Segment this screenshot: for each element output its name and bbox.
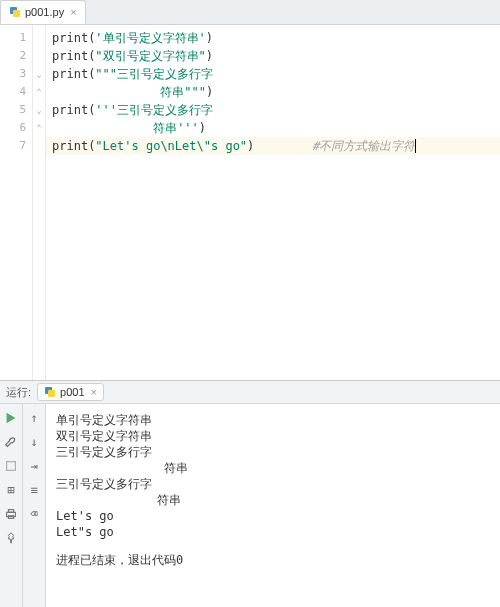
layout-icon[interactable]: ⊞: [3, 482, 19, 498]
run-button[interactable]: [3, 410, 19, 426]
code-token: ): [206, 85, 213, 99]
code-token: print: [52, 49, 88, 63]
code-token: print: [52, 31, 88, 45]
code-token: print: [52, 103, 88, 117]
close-icon[interactable]: ×: [70, 6, 76, 18]
code-token: ): [206, 49, 213, 63]
code-token: '单引号定义字符串': [95, 31, 205, 45]
code-token: ): [199, 121, 206, 135]
line-number: 4: [0, 83, 32, 101]
print-icon[interactable]: [3, 506, 19, 522]
console-line: 单引号定义字符串: [56, 412, 492, 428]
line-number: 1: [0, 29, 32, 47]
code-area[interactable]: print('单引号定义字符串') print("双引号定义字符串") prin…: [46, 25, 500, 380]
editor-pane: p001.py × 1 2 3 4 5 6 7 ⌄⌃⌄⌃ print('单引号定…: [0, 0, 500, 381]
line-number: 6: [0, 119, 32, 137]
run-config-tab[interactable]: p001 ×: [37, 383, 104, 401]
stop-button[interactable]: [3, 458, 19, 474]
console-line: 符串: [56, 492, 492, 508]
active-line: print("Let's go\nLet\"s go") #不同方式输出字符: [46, 137, 500, 155]
run-toolbar-col1: ⊞: [0, 404, 23, 607]
line-number: 3: [0, 65, 32, 83]
code-token: print: [52, 139, 88, 153]
text-cursor: [415, 139, 416, 153]
code-editor[interactable]: 1 2 3 4 5 6 7 ⌄⌃⌄⌃ print('单引号定义字符串') pri…: [0, 25, 500, 380]
fold-marker-icon[interactable]: ⌄: [33, 65, 45, 83]
editor-tabbar: p001.py ×: [0, 0, 500, 25]
fold-column: ⌄⌃⌄⌃: [33, 25, 46, 380]
fold-marker-icon[interactable]: ⌄: [33, 101, 45, 119]
svg-rect-3: [8, 510, 13, 513]
run-body: ⊞ ↑ ↓ ⇥ ≡ ⌫ 单引号定义字符串 双引号定义字符串 三引号定义多行字 符…: [0, 404, 500, 607]
soft-wrap-icon[interactable]: ⇥: [26, 458, 42, 474]
scroll-to-end-icon[interactable]: ≡: [26, 482, 42, 498]
code-token: print: [52, 67, 88, 81]
code-token: ): [206, 31, 213, 45]
file-tab[interactable]: p001.py ×: [0, 0, 86, 24]
line-number: 2: [0, 47, 32, 65]
line-gutter: 1 2 3 4 5 6 7: [0, 25, 33, 380]
run-header: 运行: p001 ×: [0, 381, 500, 404]
run-panel: 运行: p001 × ⊞ ↑ ↓ ⇥ ≡ ⌫ 单引号定义字符串 双引号定义字符串…: [0, 381, 500, 607]
code-token: """三引号定义多行字: [95, 67, 213, 81]
fold-marker-icon[interactable]: ⌃: [33, 119, 45, 137]
fold-marker-icon[interactable]: ⌃: [33, 83, 45, 101]
run-toolbar-col2: ↑ ↓ ⇥ ≡ ⌫: [23, 404, 46, 607]
python-file-icon: [44, 386, 56, 398]
code-token: 符串""": [52, 85, 206, 99]
line-number: 5: [0, 101, 32, 119]
python-file-icon: [9, 6, 21, 18]
line-number: 7: [0, 137, 32, 155]
console-line: Let"s go: [56, 524, 492, 540]
code-token: "Let's go\nLet\"s go": [95, 139, 247, 153]
console-line: 符串: [56, 460, 492, 476]
console-line: 双引号定义字符串: [56, 428, 492, 444]
up-arrow-icon[interactable]: ↑: [26, 410, 42, 426]
svg-marker-0: [7, 413, 16, 424]
process-exit-line: 进程已结束，退出代码0: [56, 552, 492, 568]
file-tab-label: p001.py: [25, 6, 64, 18]
down-arrow-icon[interactable]: ↓: [26, 434, 42, 450]
code-token: 符串''': [52, 121, 199, 135]
svg-rect-1: [7, 462, 16, 471]
wrench-icon[interactable]: [3, 434, 19, 450]
console-line: Let's go: [56, 508, 492, 524]
code-token: "双引号定义字符串": [95, 49, 205, 63]
console-line: 三引号定义多行字: [56, 476, 492, 492]
code-comment: #不同方式输出字符: [312, 139, 415, 153]
run-label: 运行:: [6, 385, 31, 400]
pin-icon[interactable]: [3, 530, 19, 546]
console-output[interactable]: 单引号定义字符串 双引号定义字符串 三引号定义多行字 符串 三引号定义多行字 符…: [46, 404, 500, 607]
code-token: '''三引号定义多行字: [95, 103, 213, 117]
clear-icon[interactable]: ⌫: [26, 506, 42, 522]
close-icon[interactable]: ×: [91, 386, 97, 398]
console-line: 三引号定义多行字: [56, 444, 492, 460]
run-config-name: p001: [60, 386, 84, 398]
